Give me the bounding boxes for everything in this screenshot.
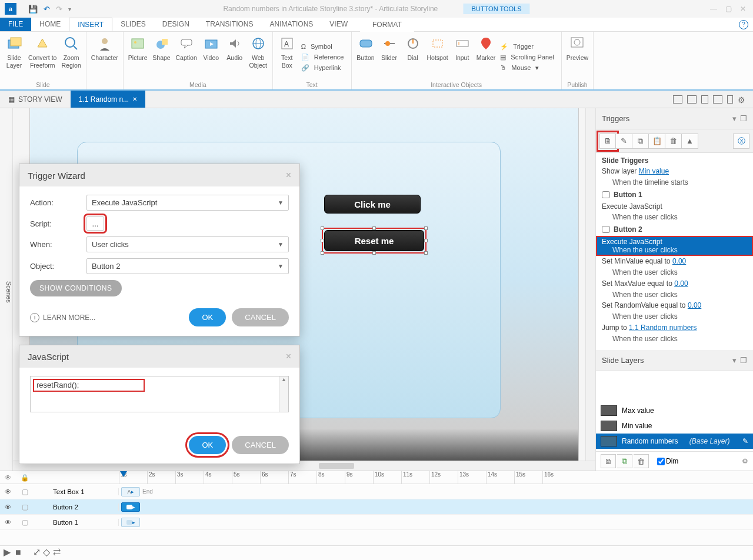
view-landscape-icon[interactable] xyxy=(687,95,697,104)
timeline-zoom-icons[interactable]: ⤢ ◇ ⇄ xyxy=(33,546,61,558)
timeline-lock-header[interactable]: 🔒 xyxy=(16,474,33,482)
new-trigger-button[interactable]: 🗎 xyxy=(599,134,616,149)
when-dropdown[interactable]: User clicks▼ xyxy=(86,236,289,252)
rib-audio[interactable]: Audio xyxy=(223,33,246,81)
rib-shape[interactable]: Shape xyxy=(150,33,174,81)
rib-convert-freeform[interactable]: Convert to Freeform xyxy=(26,33,59,81)
show-conditions-button[interactable]: SHOW CONDITIONS xyxy=(30,280,122,296)
variables-button[interactable]: ⓧ xyxy=(733,134,749,149)
trigger-link-maxvalue-zero[interactable]: 0.00 xyxy=(674,279,688,288)
trigger-wizard-cancel-button[interactable]: CANCEL xyxy=(232,308,289,326)
rib-scrolling-panel[interactable]: ▤ Scrolling Panel xyxy=(498,52,558,62)
rib-slide-layer[interactable]: Slide Layer xyxy=(2,33,26,81)
minimize-icon[interactable]: — xyxy=(710,5,717,13)
rib-character[interactable]: Character xyxy=(89,33,121,88)
slide-button-reset-me-selection[interactable]: Reset me xyxy=(322,228,427,254)
layer-settings-icon[interactable]: ⚙ xyxy=(742,457,748,465)
rib-preview[interactable]: Preview xyxy=(564,33,591,81)
delete-trigger-button[interactable]: 🗑 xyxy=(665,134,682,149)
menu-file[interactable]: FILE xyxy=(0,18,31,31)
view-desktop-icon[interactable] xyxy=(673,95,682,104)
js-dialog-cancel-button[interactable]: CANCEL xyxy=(232,436,289,454)
copy-trigger-button[interactable]: ⧉ xyxy=(632,134,649,149)
rib-symbol[interactable]: Ω Symbol xyxy=(299,42,349,51)
save-icon[interactable]: 💾 xyxy=(28,5,38,14)
settings-icon[interactable]: ⚙ xyxy=(738,95,747,104)
tab-story-view[interactable]: ▦STORY VIEW xyxy=(0,91,71,108)
menu-insert[interactable]: INSERT xyxy=(69,18,112,31)
trigger-selected-exec-js[interactable]: Execute JavaScript When the user clicks xyxy=(596,236,753,256)
menu-design[interactable]: DESIGN xyxy=(154,18,198,31)
layers-popout-icon[interactable]: ❐ xyxy=(740,356,747,365)
object-dropdown[interactable]: Button 2▼ xyxy=(86,258,289,274)
menu-transitions[interactable]: TRANSITIONS xyxy=(198,18,262,31)
rib-marker[interactable]: Marker xyxy=(474,33,498,81)
rib-hyperlink[interactable]: 🔗 Hyperlink xyxy=(299,63,349,72)
rib-input[interactable]: Input xyxy=(451,33,474,81)
rib-picture[interactable]: Picture xyxy=(126,33,150,81)
panel-menu-icon[interactable]: ▾ xyxy=(732,114,737,123)
canvas-scrollbar-v[interactable] xyxy=(585,108,595,461)
moveup-trigger-button[interactable]: ▲ xyxy=(682,134,698,149)
layer-min-value[interactable]: Min value xyxy=(596,418,753,434)
trigger-object-button2[interactable]: Button 2 xyxy=(596,223,753,236)
view-phone-icon[interactable] xyxy=(727,95,733,104)
javascript-textarea[interactable]: resetRand(); ▲ xyxy=(30,376,289,412)
timeline-row-button2[interactable]: 👁▢ Button 2 ▸ xyxy=(0,499,753,515)
menu-slides[interactable]: SLIDES xyxy=(112,18,154,31)
paste-trigger-button[interactable]: 📋 xyxy=(649,134,665,149)
timeline-row-textbox1[interactable]: 👁▢ Text Box 1 A▸ End xyxy=(0,484,753,499)
close-icon[interactable]: ✕ xyxy=(740,5,746,13)
layer-base[interactable]: Random numbers (Base Layer)✎ xyxy=(596,434,753,449)
view-wide-icon[interactable] xyxy=(713,95,722,104)
trigger-wizard-ok-button[interactable]: OK xyxy=(189,308,226,326)
learn-more-link[interactable]: iLEARN MORE... xyxy=(30,313,95,322)
trigger-object-button1[interactable]: Button 1 xyxy=(596,188,753,201)
script-ellipsis-button[interactable]: ... xyxy=(86,216,104,231)
js-dialog-close-icon[interactable]: × xyxy=(286,351,291,362)
slide-button-click-me[interactable]: Click me xyxy=(324,195,421,214)
qat-dropdown-icon[interactable]: ▾ xyxy=(68,6,71,12)
action-dropdown[interactable]: Execute JavaScript▼ xyxy=(86,195,289,211)
delete-layer-button[interactable]: 🗑 xyxy=(634,454,649,468)
undo-icon[interactable]: ↶ xyxy=(44,5,50,14)
layer-max-value[interactable]: Max value xyxy=(596,403,753,418)
layers-menu-icon[interactable]: ▾ xyxy=(732,356,737,365)
rib-zoom-region[interactable]: Zoom Region xyxy=(59,33,83,81)
duplicate-layer-button[interactable]: ⧉ xyxy=(617,454,632,468)
rib-caption[interactable]: Caption xyxy=(174,33,199,81)
redo-icon[interactable]: ↷ xyxy=(56,5,62,14)
menu-view[interactable]: VIEW xyxy=(321,18,356,31)
rib-reference[interactable]: 📄 Reference xyxy=(299,52,349,62)
add-layer-button[interactable]: 🗎 xyxy=(601,454,616,468)
trigger-link-jump[interactable]: 1.1 Random numbers xyxy=(629,324,697,332)
timeline-play-icon[interactable]: ▶ xyxy=(4,546,11,558)
menu-home[interactable]: HOME xyxy=(31,18,69,31)
rib-web-object[interactable]: Web Object xyxy=(246,33,270,81)
rib-mouse[interactable]: 🖱 Mouse ▾ xyxy=(498,63,558,72)
menu-animations[interactable]: ANIMATIONS xyxy=(262,18,322,31)
rib-dial[interactable]: Dial xyxy=(401,33,425,81)
menu-format[interactable]: FORMAT xyxy=(360,18,414,32)
panel-popout-icon[interactable]: ❐ xyxy=(740,114,747,123)
close-tab-icon[interactable]: ✕ xyxy=(132,96,137,102)
rib-slider[interactable]: Slider xyxy=(378,33,401,81)
edit-trigger-button[interactable]: ✎ xyxy=(616,134,632,149)
timeline-eye-header[interactable]: 👁 xyxy=(0,474,16,481)
js-dialog-ok-button[interactable]: OK xyxy=(189,436,226,454)
trigger-wizard-close-icon[interactable]: × xyxy=(286,170,291,181)
trigger-link-random-zero[interactable]: 0.00 xyxy=(688,301,701,309)
help-icon[interactable]: ? xyxy=(739,20,748,29)
rib-button[interactable]: Button xyxy=(354,33,378,81)
trigger-link-min-value[interactable]: Min value xyxy=(639,167,669,175)
trigger-link-minvalue-zero[interactable]: 0.00 xyxy=(672,257,686,265)
dim-checkbox[interactable] xyxy=(657,458,665,465)
tab-slide-active[interactable]: 1.1 Random n...✕ xyxy=(71,91,145,108)
rib-text-box[interactable]: AText Box xyxy=(275,33,299,81)
timeline-row-button1[interactable]: 👁▢ Button 1 ▸ xyxy=(0,515,753,530)
view-tablet-icon[interactable] xyxy=(701,95,708,104)
slide-button-reset-me[interactable]: Reset me xyxy=(324,230,424,251)
rib-hotspot[interactable]: Hotspot xyxy=(425,33,451,81)
maximize-icon[interactable]: ▢ xyxy=(725,5,732,13)
rib-trigger[interactable]: ⚡ Trigger xyxy=(498,42,558,51)
